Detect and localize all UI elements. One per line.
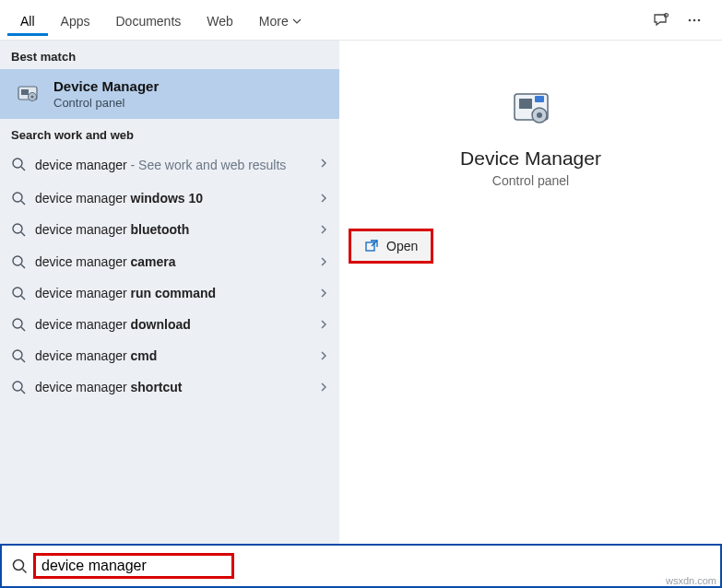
suggestion-item[interactable]: device manager bluetooth xyxy=(0,214,339,245)
suggestion-label: device manager camera xyxy=(35,253,317,270)
svg-point-1 xyxy=(689,18,692,21)
tab-documents[interactable]: Documents xyxy=(102,5,194,36)
svg-point-2 xyxy=(693,18,696,21)
preview-title: Device Manager xyxy=(460,147,601,170)
svg-point-28 xyxy=(537,112,542,118)
best-match-header: Best match xyxy=(0,41,339,69)
search-icon xyxy=(11,380,26,394)
best-match-title: Device Manager xyxy=(53,78,159,94)
watermark: wsxdn.com xyxy=(666,575,716,586)
suggestion-label: device manager run command xyxy=(35,285,317,301)
preview-card: Device Manager Control panel xyxy=(339,57,722,206)
tab-apps[interactable]: Apps xyxy=(48,5,103,36)
device-manager-icon xyxy=(13,79,42,109)
chevron-right-icon xyxy=(317,192,330,205)
suggestion-item[interactable]: device manager camera xyxy=(0,246,339,277)
suggestion-label: device manager shortcut xyxy=(35,379,317,395)
feedback-icon[interactable] xyxy=(652,11,670,29)
suggestion-item[interactable]: device manager - See work and web result… xyxy=(0,147,339,182)
search-icon xyxy=(11,317,26,332)
svg-rect-29 xyxy=(366,242,374,251)
chevron-right-icon xyxy=(317,223,330,236)
svg-point-22 xyxy=(13,382,22,391)
svg-point-14 xyxy=(13,256,22,265)
chevron-right-icon xyxy=(317,318,330,331)
svg-line-19 xyxy=(21,327,25,331)
svg-point-7 xyxy=(30,95,33,98)
svg-rect-5 xyxy=(21,89,29,95)
suggestion-label: device manager cmd xyxy=(35,347,317,364)
open-action[interactable]: Open xyxy=(351,231,431,261)
svg-point-20 xyxy=(13,350,22,359)
search-icon xyxy=(11,157,26,171)
tab-more[interactable]: More xyxy=(246,5,314,36)
device-manager-large-icon xyxy=(505,83,557,135)
search-icon xyxy=(9,558,33,574)
preview-pane: Device Manager Control panel Open xyxy=(339,41,722,544)
svg-point-8 xyxy=(13,159,22,168)
best-match-text: Device Manager Control panel xyxy=(53,78,159,110)
suggestion-item[interactable]: device manager cmd xyxy=(0,340,339,371)
svg-line-23 xyxy=(21,390,25,394)
svg-line-21 xyxy=(21,359,25,362)
chevron-right-icon xyxy=(317,381,330,394)
tab-all[interactable]: All xyxy=(7,5,48,36)
suggestion-item[interactable]: device manager run command xyxy=(0,277,339,309)
svg-rect-26 xyxy=(535,96,544,102)
tab-more-label: More xyxy=(259,14,289,29)
search-icon xyxy=(11,222,26,237)
open-icon xyxy=(364,239,379,253)
search-icon xyxy=(11,348,26,363)
chevron-down-icon xyxy=(292,17,302,26)
results-list: Best match Device Manager Control panel … xyxy=(0,41,339,544)
suggestion-label: device manager - See work and web result… xyxy=(35,157,317,173)
search-icon xyxy=(11,254,26,269)
svg-rect-25 xyxy=(519,99,532,109)
chevron-right-icon xyxy=(317,255,330,268)
suggestion-item[interactable]: device manager windows 10 xyxy=(0,182,339,214)
svg-line-11 xyxy=(21,201,25,205)
best-match-item[interactable]: Device Manager Control panel xyxy=(0,69,339,119)
suggestion-item[interactable]: device manager download xyxy=(0,309,339,340)
suggestion-item[interactable]: device manager shortcut xyxy=(0,371,339,403)
svg-point-16 xyxy=(13,288,22,297)
preview-subtitle: Control panel xyxy=(492,173,569,188)
svg-line-13 xyxy=(21,232,25,236)
svg-line-31 xyxy=(23,570,27,573)
best-match-subtitle: Control panel xyxy=(53,96,159,110)
svg-point-30 xyxy=(14,560,24,570)
svg-line-9 xyxy=(21,167,25,171)
search-icon xyxy=(11,286,26,300)
more-options-icon[interactable] xyxy=(685,11,704,29)
chevron-right-icon xyxy=(317,287,330,300)
open-label: Open xyxy=(386,239,418,253)
svg-point-3 xyxy=(698,18,701,21)
suggestion-label: device manager bluetooth xyxy=(35,221,317,238)
work-web-header: Search work and web xyxy=(0,119,339,147)
search-input[interactable] xyxy=(33,553,234,579)
svg-point-10 xyxy=(13,193,22,202)
results-area: Best match Device Manager Control panel … xyxy=(0,41,722,544)
tab-web[interactable]: Web xyxy=(194,5,246,36)
svg-point-18 xyxy=(13,319,22,328)
suggestion-label: device manager windows 10 xyxy=(35,190,317,206)
svg-line-17 xyxy=(21,296,25,300)
chevron-right-icon xyxy=(317,349,330,362)
search-bar[interactable] xyxy=(0,544,722,588)
chevron-right-icon xyxy=(317,157,330,170)
search-scope-tabs: All Apps Documents Web More xyxy=(0,0,722,41)
svg-point-12 xyxy=(13,224,22,233)
suggestion-label: device manager download xyxy=(35,316,317,333)
svg-line-15 xyxy=(21,265,25,268)
search-icon xyxy=(11,191,26,206)
